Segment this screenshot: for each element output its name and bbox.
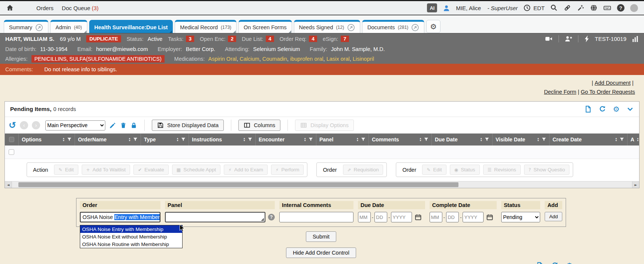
allergies-badge[interactable]: PENICILLINS, SULFA(SULFONAMIDE ANTIBIOTI… [31, 55, 165, 63]
filter-funnel-icon[interactable] [248, 137, 252, 142]
filter-funnel-icon[interactable] [620, 137, 624, 142]
column-header[interactable]: A ▲ ▼ [627, 134, 639, 146]
medication-item[interactable]: Lisinopril [353, 56, 374, 62]
complete-date-dd-input[interactable] [446, 212, 459, 222]
tab[interactable]: Needs Signed (12) [294, 20, 360, 33]
home-icon[interactable] [6, 4, 14, 12]
lock-perspective-icon[interactable] [130, 122, 137, 129]
scroll-left-arrow[interactable]: ◄ [5, 182, 12, 188]
user-name[interactable]: MIE, Alice [456, 5, 481, 11]
column-header[interactable]: Comments ▲ ▼ [368, 134, 431, 146]
edit-perspective-pencil-icon[interactable] [109, 122, 116, 129]
clock-icon[interactable] [523, 4, 531, 12]
filter-funnel-icon[interactable] [485, 137, 489, 142]
sort-icon[interactable]: ▲ ▼ [637, 137, 639, 142]
ai-badge[interactable]: AI [427, 3, 437, 12]
panel-gear-icon[interactable]: ⚙ [566, 262, 573, 264]
filter-funnel-icon[interactable] [67, 137, 72, 142]
perspective-select[interactable]: Main Perspective [45, 120, 105, 130]
filter-funnel-icon[interactable] [181, 137, 186, 142]
counter[interactable]: Due List: 4 [242, 36, 274, 42]
order-group-2-label[interactable]: Order [402, 167, 416, 173]
medication-item[interactable]: ibuprofen oral [290, 56, 326, 62]
sort-icon[interactable]: ▲ ▼ [537, 137, 539, 142]
delete-perspective-trash-icon[interactable] [120, 122, 127, 129]
sort-icon[interactable]: ▲ ▼ [480, 137, 482, 142]
tab[interactable]: Admin (40) [50, 20, 87, 33]
new-document-icon[interactable] [584, 105, 592, 113]
help-icon[interactable]: ? [617, 4, 625, 12]
sort-icon[interactable]: ▲ ▼ [304, 137, 306, 142]
panel-help-icon[interactable]: ? [268, 214, 275, 220]
keyboard-icon[interactable] [603, 4, 611, 12]
due-date-calendar-icon[interactable] [415, 214, 422, 221]
medication-item[interactable]: Calcium [240, 56, 262, 62]
complete-date-calendar-icon[interactable] [486, 214, 493, 221]
breadcrumb-doc-queue[interactable]: Doc Queue(3) [62, 5, 99, 11]
filter-funnel-icon[interactable] [542, 137, 546, 142]
filter-funnel-icon[interactable] [424, 137, 428, 142]
collapse-chevron-icon[interactable] [626, 105, 634, 113]
action-group-label[interactable]: Action [33, 167, 48, 173]
globe-icon[interactable] [590, 4, 598, 12]
column-header[interactable]: OrderName ▲ ▼ [75, 134, 141, 146]
breadcrumb-orders[interactable]: Orders [36, 5, 54, 11]
column-header[interactable]: Encounter ▲ ▼ [255, 134, 316, 146]
medication-item[interactable]: Aspirin Oral [208, 56, 240, 62]
video-camera-icon[interactable] [545, 35, 553, 42]
scroll-right-arrow[interactable]: ► [632, 182, 639, 188]
order-group-label[interactable]: Order [323, 167, 337, 173]
counter[interactable]: Tasks: 3 [168, 36, 194, 42]
column-header[interactable]: Visible Date ▲ ▼ [492, 134, 549, 146]
patient-name[interactable]: HART, WILLIAM S. [5, 36, 54, 42]
decline-form-link[interactable]: Decline Form [544, 89, 576, 95]
undo-icon[interactable]: ↺ [9, 121, 16, 130]
duplicate-badge[interactable]: DUPLICATE [86, 35, 121, 42]
counter-badge[interactable]: 4 [309, 36, 317, 42]
column-header[interactable]: Type ▲ ▼ [141, 134, 189, 146]
tab-settings-gear-icon[interactable]: ⚙ [426, 20, 440, 33]
due-date-dd-input[interactable] [374, 212, 387, 222]
hide-add-order-control-button[interactable]: Hide Add Order Control [286, 248, 356, 258]
columns-button[interactable]: Columns [238, 120, 280, 131]
next-perspective-icon[interactable]: › [32, 121, 40, 129]
counter[interactable]: eSign: 7 [323, 36, 349, 42]
horizontal-scrollbar[interactable]: ◄ ► [5, 181, 639, 188]
select-all-cell[interactable] [5, 134, 18, 146]
tab[interactable]: Documents (281) [362, 20, 424, 33]
new-document-icon[interactable] [536, 262, 544, 264]
external-link-icon[interactable] [411, 24, 419, 32]
refresh-icon[interactable] [551, 262, 559, 264]
submit-button[interactable]: Submit [306, 231, 336, 242]
dropdown-option[interactable]: OSHA Noise Routine with Membership [80, 240, 182, 248]
filter-funnel-icon[interactable] [133, 137, 138, 142]
external-link-icon[interactable] [347, 24, 355, 32]
dropdown-option[interactable]: OSHA Noise Entry with Membership [80, 225, 182, 233]
prev-perspective-icon[interactable]: ‹ [20, 121, 28, 129]
filter-funnel-icon[interactable] [361, 137, 365, 142]
medication-item[interactable]: Lasix oral [326, 56, 353, 62]
sort-icon[interactable]: ▲ ▼ [129, 137, 131, 142]
lightning-icon[interactable] [584, 35, 589, 42]
counter-badge[interactable]: 3 [186, 36, 194, 42]
add-button[interactable]: Add [545, 212, 562, 221]
bar-chart-icon[interactable] [632, 36, 639, 42]
sort-icon[interactable]: ▲ ▼ [419, 137, 422, 142]
add-document-link[interactable]: Add Document [595, 80, 631, 86]
sort-icon[interactable]: ▲ ▼ [243, 137, 246, 142]
row-checkbox[interactable] [9, 149, 14, 155]
sort-icon[interactable]: ▲ ▼ [615, 137, 617, 142]
search-icon[interactable] [550, 4, 558, 12]
column-header[interactable]: Panel ▲ ▼ [316, 134, 368, 146]
dropdown-option[interactable]: OSHA Noise Exit without Membership [80, 233, 182, 240]
sort-icon[interactable]: ▲ ▼ [356, 137, 359, 142]
sort-icon[interactable]: ▲ ▼ [177, 137, 179, 142]
scrollbar-thumb[interactable] [18, 182, 458, 187]
tab[interactable]: Health Surveillance:Due List [89, 20, 173, 33]
due-date-mm-input[interactable] [358, 212, 371, 222]
refresh-icon[interactable] [599, 105, 606, 113]
link-icon[interactable] [563, 4, 571, 12]
filter-funnel-icon[interactable] [309, 137, 313, 142]
collapse-chevron-icon[interactable] [580, 262, 588, 264]
complete-date-mm-input[interactable] [430, 212, 442, 222]
